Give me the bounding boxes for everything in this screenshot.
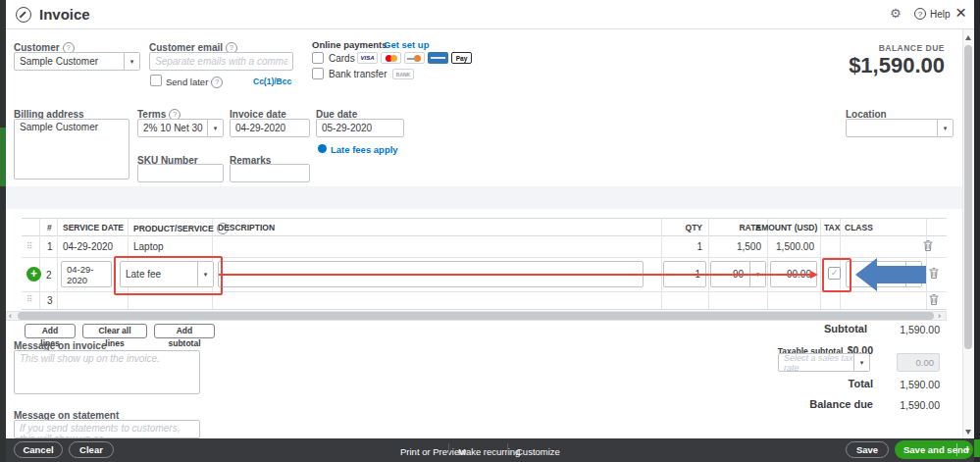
customer-value: Sample Customer [20, 56, 98, 67]
bank-transfer-label: Bank transfer [329, 69, 387, 79]
total-value: 1,590.00 [900, 379, 940, 390]
online-payments-label: Online payments [312, 39, 387, 50]
col-header-rate: RATE [708, 223, 761, 232]
row-num: 3 [47, 295, 53, 306]
help-icon[interactable]: ? [914, 8, 926, 20]
tax-amount-value: 0.00 [916, 357, 935, 368]
terms-value: 2% 10 Net 30 [143, 123, 203, 133]
sku-input[interactable] [137, 164, 224, 182]
customer-select[interactable]: Sample Customer ▾ [14, 52, 140, 71]
message-on-statement-input[interactable] [14, 420, 200, 438]
background-right-accent [974, 439, 980, 457]
invoice-history-icon[interactable] [16, 7, 31, 23]
send-later-label: Send later? [166, 77, 223, 88]
save-and-send-label: Save and send [903, 444, 969, 455]
trash-icon[interactable] [928, 267, 940, 280]
discover-icon [404, 52, 425, 64]
col-header-qty: QTY [661, 223, 702, 232]
customer-email-input[interactable] [149, 52, 293, 71]
bank-transfer-checkbox[interactable] [312, 68, 324, 79]
balance-due-row-label: Balance due [809, 398, 873, 410]
col-header-description: DESCRIPTION [218, 223, 275, 232]
horizontal-scrollbar-thumb[interactable] [18, 312, 934, 320]
save-and-send-button[interactable]: Save and send ▾ [895, 440, 973, 459]
row-amount[interactable]: 1,500.00 [755, 241, 814, 252]
subtotal-label: Subtotal [824, 323, 867, 334]
mastercard-icon [381, 52, 401, 64]
sales-tax-select[interactable]: Select a sales tax rate ▾ [778, 353, 870, 372]
col-header-tax: TAX [824, 223, 840, 232]
annotation-red-arrowhead [810, 271, 818, 279]
send-later-checkbox[interactable] [150, 75, 162, 86]
col-header-num: # [47, 223, 52, 232]
send-later-help-icon[interactable]: ? [211, 77, 223, 88]
table-border [22, 235, 947, 236]
row-service-date[interactable]: 04-29-2020 [63, 241, 113, 252]
invoice-modal: Invoice ⚙ ? Help × Customer? Sample Cust… [6, 0, 974, 462]
remarks-input[interactable] [230, 164, 310, 182]
vertical-scrollbar-thumb[interactable] [964, 45, 972, 349]
save-button[interactable]: Save [846, 441, 889, 458]
print-preview-button[interactable]: Print or Preview [400, 446, 466, 457]
chevron-down-icon[interactable]: ▾ [937, 120, 953, 136]
amex-icon [428, 52, 448, 64]
balance-due-caption: BALANCE DUE [879, 43, 945, 53]
row-num: 2 [46, 270, 52, 281]
row-num: 1 [47, 241, 53, 252]
page-title: Invoice [39, 6, 90, 23]
location-select[interactable]: ▾ [846, 119, 954, 137]
chevron-down-icon[interactable]: ▾ [124, 53, 139, 70]
table-gridline [57, 218, 58, 309]
row2-service-date-input[interactable]: 04-29-2020 [61, 261, 112, 287]
header-divider [6, 28, 974, 29]
get-set-up-link[interactable]: Get set up [384, 39, 429, 50]
add-line-icon[interactable]: + [26, 267, 41, 282]
invoice-date-input[interactable]: 04-29-2020 [230, 119, 310, 137]
table-gridline [926, 218, 927, 309]
footer-divider [448, 443, 449, 455]
row2-service-date-value: 04-29-2020 [67, 264, 106, 285]
cards-checkbox[interactable] [312, 52, 324, 64]
annotation-red-box-tax [822, 258, 851, 292]
clear-button[interactable]: Clear [69, 441, 114, 458]
row-rate[interactable]: 1,500 [708, 241, 761, 252]
drag-handle-icon[interactable]: ⠿ [26, 241, 32, 251]
late-fees-link[interactable]: Late fees apply [331, 144, 398, 155]
clear-all-lines-button[interactable]: Clear all lines [82, 324, 147, 338]
help-label[interactable]: Help [930, 9, 951, 20]
chevron-down-icon[interactable]: ▾ [207, 120, 223, 136]
table-gridline [820, 218, 821, 309]
make-recurring-button[interactable]: Make recurring [458, 446, 520, 457]
close-icon[interactable]: × [955, 2, 966, 24]
card-brand-icons: VISA Pay [357, 52, 472, 64]
cc-bcc-link[interactable]: Cc(1)/Bcc [253, 77, 291, 86]
total-label: Total [849, 378, 873, 389]
terms-select[interactable]: 2% 10 Net 30 ▾ [137, 119, 224, 137]
scroll-left-icon[interactable]: ‹ [9, 311, 12, 321]
add-lines-button[interactable]: Add lines [25, 324, 76, 338]
scroll-down-icon[interactable] [965, 430, 971, 435]
drag-handle-icon[interactable]: ⠿ [26, 294, 32, 304]
due-date-input[interactable]: 05-29-2020 [316, 119, 404, 137]
cancel-button[interactable]: Cancel [14, 441, 63, 458]
balance-due-amount: $1,590.00 [849, 53, 945, 78]
add-subtotal-button[interactable]: Add subtotal [154, 324, 215, 338]
applepay-icon: Pay [451, 52, 472, 64]
row-qty[interactable]: 1 [661, 241, 702, 252]
message-on-invoice-input[interactable] [14, 350, 200, 394]
customize-button[interactable]: Customize [516, 446, 560, 457]
scroll-right-icon[interactable]: › [938, 311, 941, 321]
table-border [22, 218, 947, 219]
row-product-service[interactable]: Laptop [133, 241, 164, 252]
chevron-down-icon[interactable]: ▾ [965, 446, 969, 454]
chevron-down-icon[interactable]: ▾ [853, 354, 869, 371]
col-header-product-service: PRODUCT/SERVICE? [133, 223, 229, 234]
gear-icon[interactable]: ⚙ [890, 6, 902, 21]
trash-icon[interactable] [928, 293, 940, 306]
billing-address-input[interactable]: Sample Customer [14, 119, 129, 180]
visa-icon: VISA [357, 52, 378, 64]
section-divider-band [6, 186, 962, 209]
annotation-red-box-product [114, 256, 223, 295]
scroll-up-icon[interactable] [965, 35, 971, 40]
trash-icon[interactable] [922, 239, 934, 252]
